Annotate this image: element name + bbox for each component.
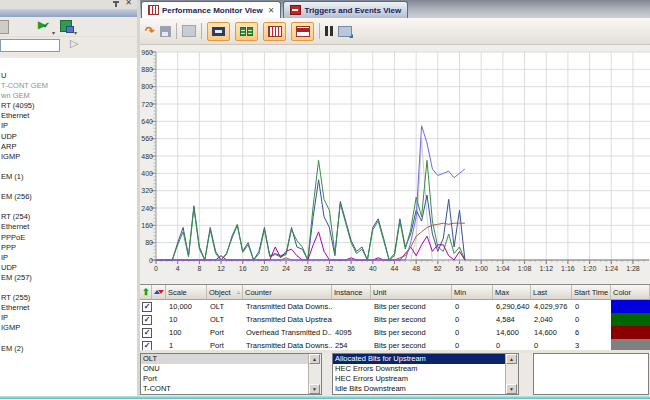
x-tick-label: 24 <box>282 265 290 272</box>
column-header-icon0[interactable]: ⬆ <box>140 285 152 299</box>
cell-check[interactable]: ✓ <box>140 326 152 339</box>
tree-item[interactable]: IP <box>0 121 137 131</box>
color-swatch <box>611 313 650 326</box>
y-tick-label: 800 <box>141 83 153 90</box>
scroll-up-button[interactable]: ▲ <box>506 354 517 364</box>
pin-icon[interactable] <box>115 1 117 7</box>
tree-item[interactable]: RT (254) <box>0 212 137 222</box>
column-header-instance[interactable]: Instance <box>332 285 371 299</box>
tab-performance-monitor-view[interactable]: Performance Monitor View ✕ <box>141 1 281 18</box>
copy-view-icon[interactable] <box>182 25 196 37</box>
column-header-max[interactable]: Max <box>493 285 531 299</box>
tree-item[interactable]: IP <box>0 313 137 323</box>
scrollbar[interactable]: ▲▼ <box>505 354 518 394</box>
counter-item[interactable]: HEC Errors Downstream <box>333 364 508 374</box>
excel-dropdown-caret[interactable]: ▾ <box>74 29 77 36</box>
tree-item[interactable]: Ethernet <box>0 222 137 232</box>
tree-item[interactable]: EM (1) <box>0 172 137 182</box>
cell-check[interactable]: ✓ <box>140 313 152 326</box>
counter-item[interactable]: HEC Errors Upstream <box>333 374 508 384</box>
table-row[interactable]: ✓100PortOverhead Transmitted D...4095Bit… <box>140 326 650 339</box>
scroll-down-button[interactable]: ▼ <box>309 384 320 394</box>
object-item[interactable]: Port <box>141 374 311 384</box>
cell-check[interactable]: ✓ <box>140 300 152 313</box>
tab-close-icon[interactable]: ✕ <box>268 6 275 15</box>
row-checkbox[interactable]: ✓ <box>142 302 152 312</box>
tree-item[interactable]: IGMP <box>0 323 137 333</box>
tree-item[interactable]: IP <box>0 253 137 263</box>
scroll-down-button[interactable]: ▼ <box>506 384 517 394</box>
split-view-button[interactable] <box>235 22 258 41</box>
column-header-color[interactable]: Color <box>611 285 650 299</box>
toolbar-separator <box>176 23 177 39</box>
row-checkbox[interactable]: ✓ <box>142 328 152 338</box>
column-header-unit[interactable]: Unit <box>371 285 452 299</box>
clipped-toolbar-icon[interactable] <box>0 20 9 34</box>
tree-item[interactable]: EM (2) <box>0 344 137 354</box>
report-view-button[interactable] <box>291 22 314 41</box>
tree-item[interactable]: IGMP <box>0 152 137 162</box>
tree-item[interactable]: Ethernet <box>0 303 137 313</box>
x-tick-label: 0 <box>154 265 158 272</box>
column-header-last[interactable]: Last <box>531 285 572 299</box>
object-item[interactable]: T-CONT <box>141 384 311 394</box>
tree-item[interactable]: UDP <box>0 263 137 273</box>
scrollbar[interactable]: ▲▼ <box>308 354 321 394</box>
column-header-start-time[interactable]: Start Time <box>572 285 611 299</box>
cell-unit: Bits per second <box>371 313 452 326</box>
export-image-icon[interactable] <box>338 26 352 37</box>
object-item[interactable]: ONU <box>141 364 311 374</box>
table-row[interactable]: ✓10OLTTransmitted Data UpstreamBits per … <box>140 313 650 326</box>
pause-icon[interactable] <box>325 26 333 36</box>
cell-object: OLT <box>207 300 243 313</box>
column-header-object[interactable]: Object▵ <box>207 285 243 299</box>
counter-item[interactable]: Idle Bits Downstream <box>333 384 508 394</box>
counter-item[interactable]: Allocated Bits for Upstream <box>333 354 508 364</box>
tree-item <box>0 202 137 212</box>
column-header-scale[interactable]: Scale <box>166 285 207 299</box>
object-item[interactable]: OLT <box>141 354 311 364</box>
close-panel-icon[interactable]: ✕ <box>125 0 132 7</box>
tree-item <box>0 182 137 192</box>
x-tick-label: 36 <box>347 265 355 272</box>
cell-min: 0 <box>452 300 493 313</box>
x-tick-label: 1:28 <box>626 265 640 272</box>
column-header-label: Max <box>495 286 509 299</box>
x-tick-label: 32 <box>326 265 334 272</box>
search-input[interactable] <box>0 39 60 52</box>
tree-item[interactable]: wn GEM <box>0 91 137 101</box>
x-tick-label: 1:24 <box>604 265 618 272</box>
tree-item[interactable]: EM (257) <box>0 273 137 283</box>
column-header-counter[interactable]: Counter <box>243 285 332 299</box>
column-header-min[interactable]: Min <box>452 285 493 299</box>
tree-item[interactable]: RT (4095) <box>0 101 137 111</box>
tree-item[interactable]: Ethernet <box>0 111 137 121</box>
run-dropdown-caret[interactable]: ▾ <box>52 29 55 36</box>
x-tick-label: 1:08 <box>518 265 532 272</box>
cell-object: OLT <box>207 313 243 326</box>
tree-item[interactable]: U <box>0 71 137 81</box>
tree-item[interactable]: EM (256) <box>0 192 137 202</box>
tree-item[interactable]: UDP <box>0 132 137 142</box>
y-tick-label: 240 <box>141 205 153 212</box>
edit-icon[interactable]: ↷ <box>145 24 155 38</box>
performance-chart: 0801602403204004805606407208008809600481… <box>140 45 650 284</box>
cell-start_time: 6 <box>572 326 611 339</box>
tree-item[interactable]: RT (255) <box>0 293 137 303</box>
line-view-button[interactable] <box>207 22 230 41</box>
scroll-up-button[interactable]: ▲ <box>309 354 320 364</box>
tree-item[interactable]: PPPoE <box>0 233 137 243</box>
go-button[interactable]: ▷ <box>70 37 78 50</box>
histogram-view-button[interactable] <box>263 22 286 41</box>
tree-item[interactable]: ARP <box>0 142 137 152</box>
table-row[interactable]: ✓10,000OLTTransmitted Data Downs...Bits … <box>140 300 650 313</box>
column-header-icon1[interactable] <box>152 285 166 299</box>
excel-report-icon[interactable] <box>60 20 72 32</box>
tree-item[interactable]: T-CONT GEM <box>0 81 137 91</box>
save-icon[interactable] <box>160 26 171 37</box>
row-checkbox[interactable]: ✓ <box>142 315 152 325</box>
run-check-icon[interactable]: ▶✔ <box>38 19 49 30</box>
y-tick-label: 960 <box>141 49 153 56</box>
tree-item[interactable]: PPP <box>0 243 137 253</box>
tab-triggers-and-events-view[interactable]: Triggers and Events View <box>283 1 408 18</box>
